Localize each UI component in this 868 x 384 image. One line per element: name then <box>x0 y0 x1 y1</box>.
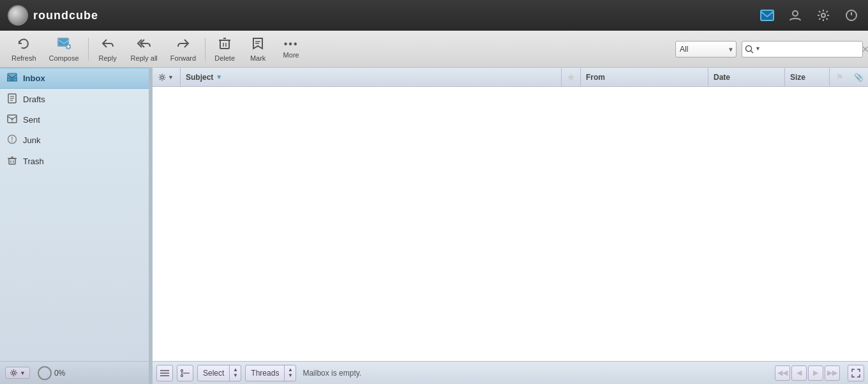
svg-rect-29 <box>9 158 15 164</box>
separator-2 <box>205 38 206 61</box>
email-panel: ▼ Subject ▼ ★ From Date Size ⚑ 📎 <box>153 68 868 384</box>
col-flag-icon: ⚑ <box>836 73 843 82</box>
sent-icon <box>6 114 18 125</box>
delete-icon <box>218 36 232 52</box>
logout-nav-button[interactable] <box>842 6 860 24</box>
trash-label: Trash <box>23 157 142 166</box>
svg-point-39 <box>181 369 183 371</box>
svg-point-35 <box>161 75 163 78</box>
expand-icon <box>851 369 860 378</box>
quota-display: 0% <box>38 366 65 380</box>
col-options-header[interactable]: ▼ <box>153 68 181 86</box>
compose-button[interactable]: Compose <box>43 33 86 65</box>
col-from-label: From <box>586 73 605 82</box>
sidebar-item-trash[interactable]: Trash <box>0 151 149 172</box>
refresh-label: Refresh <box>11 54 36 62</box>
sidebar-gear-icon <box>10 369 18 377</box>
contacts-nav-button[interactable] <box>786 6 804 24</box>
page-first-button[interactable]: ◀◀ <box>775 365 790 381</box>
svg-line-17 <box>751 50 754 53</box>
select-arrow-button[interactable]: ▲ ▼ <box>229 365 241 381</box>
sidebar: Inbox Drafts Sent <box>0 68 149 384</box>
reply-label: Reply <box>99 54 117 62</box>
refresh-button[interactable]: Refresh <box>5 33 43 65</box>
forward-label: Forward <box>170 54 196 62</box>
search-input[interactable] <box>761 45 862 54</box>
col-size-header[interactable]: Size <box>785 68 830 86</box>
separator-1 <box>88 38 89 61</box>
thread-view-icon <box>181 369 190 377</box>
threads-label[interactable]: Threads <box>246 369 284 378</box>
sidebar-item-inbox[interactable]: Inbox <box>0 68 149 89</box>
select-down-arrow-icon: ▼ <box>233 373 238 378</box>
threads-arrow-button[interactable]: ▲ ▼ <box>284 365 296 381</box>
col-from-header[interactable]: From <box>581 68 708 86</box>
page-next-button[interactable]: ▶ <box>808 365 823 381</box>
delete-button[interactable]: Delete <box>208 33 241 65</box>
search-wrapper: ▼ ✕ <box>742 41 863 58</box>
trash-icon <box>6 155 18 167</box>
resize-handle[interactable] <box>149 68 153 384</box>
select-label[interactable]: Select <box>198 369 229 378</box>
reply-all-button[interactable]: Reply all <box>124 33 164 65</box>
svg-rect-9 <box>220 40 229 49</box>
col-attach-header[interactable]: 📎 <box>849 68 868 86</box>
search-icon-button[interactable]: ▼ <box>745 45 761 54</box>
main-layout: Inbox Drafts Sent <box>0 68 868 384</box>
col-options-gear-icon <box>158 73 167 82</box>
page-prev-button[interactable]: ◀ <box>791 365 807 381</box>
thread-view-button[interactable] <box>177 365 193 381</box>
compose-label: Compose <box>49 54 79 62</box>
svg-point-2 <box>821 13 825 17</box>
sidebar-item-sent[interactable]: Sent <box>0 110 149 130</box>
refresh-icon <box>17 36 31 52</box>
mark-icon <box>251 36 265 52</box>
settings-nav-button[interactable] <box>814 6 832 24</box>
select-dropdown: Select ▲ ▼ <box>197 365 241 381</box>
svg-point-1 <box>793 11 798 16</box>
col-options-arrow-icon: ▼ <box>168 74 174 81</box>
col-subject-header[interactable]: Subject ▼ <box>181 68 562 86</box>
mark-button[interactable]: Mark <box>241 33 274 65</box>
more-label: More <box>283 51 299 59</box>
mail-nav-button[interactable] <box>758 6 776 24</box>
reply-button[interactable]: Reply <box>91 33 124 65</box>
page-last-button[interactable]: ▶▶ <box>825 365 840 381</box>
email-bottom-bar: Select ▲ ▼ Threads ▲ ▼ Mailbox is empty.… <box>153 361 868 384</box>
email-list-header: ▼ Subject ▼ ★ From Date Size ⚑ 📎 <box>153 68 868 87</box>
sidebar-settings-button[interactable]: ▼ <box>5 367 30 379</box>
sent-label: Sent <box>23 115 142 125</box>
logo: roundcube <box>8 5 98 26</box>
reply-icon <box>101 36 115 52</box>
quota-circle <box>38 366 52 380</box>
inbox-icon <box>6 73 18 84</box>
sidebar-item-junk[interactable]: ! Junk <box>0 130 149 151</box>
col-date-header[interactable]: Date <box>708 68 785 86</box>
reply-all-icon <box>136 36 153 52</box>
svg-rect-0 <box>761 10 774 20</box>
forward-button[interactable]: Forward <box>164 33 202 65</box>
sidebar-gear-arrow-icon: ▼ <box>20 370 26 376</box>
search-dropdown-arrow: ▼ <box>755 46 761 52</box>
search-clear-button[interactable]: ✕ <box>862 44 868 54</box>
drafts-icon <box>6 93 18 105</box>
compose-icon <box>57 36 71 52</box>
expand-button[interactable] <box>848 365 864 381</box>
delete-label: Delete <box>214 54 235 62</box>
subject-sort-icon: ▼ <box>216 73 222 81</box>
col-star-header[interactable]: ★ <box>562 68 581 86</box>
search-icon <box>745 45 754 54</box>
reply-all-label: Reply all <box>131 54 158 62</box>
col-flag-header[interactable]: ⚑ <box>830 68 849 86</box>
col-subject-label: Subject <box>186 73 213 82</box>
svg-point-40 <box>181 374 183 376</box>
filter-select[interactable]: All Unread Flagged Unanswered <box>675 41 737 58</box>
email-list-body <box>153 87 868 361</box>
more-icon: ••• <box>284 39 299 49</box>
sidebar-item-drafts[interactable]: Drafts <box>0 89 149 110</box>
inbox-label: Inbox <box>23 73 142 83</box>
junk-label: Junk <box>23 135 142 145</box>
list-view-button[interactable] <box>156 365 173 381</box>
list-view-icon <box>160 369 169 377</box>
more-button[interactable]: ••• More <box>274 33 308 65</box>
